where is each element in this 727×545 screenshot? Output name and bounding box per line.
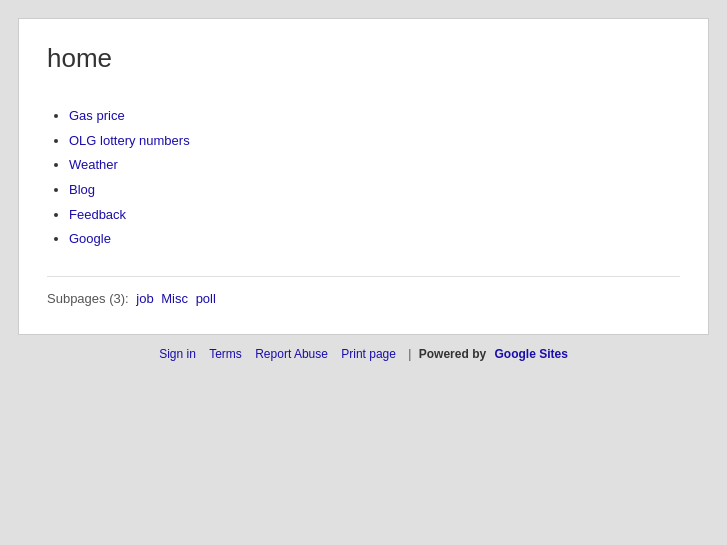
print-page-link[interactable]: Print page [341,347,396,361]
terms-link[interactable]: Terms [209,347,242,361]
page-title: home [47,43,680,74]
feedback-link[interactable]: Feedback [69,207,126,222]
subpages: Subpages (3): job Misc poll [47,276,680,306]
blog-link[interactable]: Blog [69,182,95,197]
gas-price-link[interactable]: Gas price [69,108,125,123]
content-box: home Gas price OLG lottery numbers Weath… [18,18,709,335]
subpages-label: Subpages (3): [47,291,129,306]
subpage-misc[interactable]: Misc [161,291,188,306]
subpage-job[interactable]: job [136,291,153,306]
powered-by-text: Powered by Google Sites [419,347,573,361]
sign-in-link[interactable]: Sign in [159,347,196,361]
list-item: Weather [69,153,680,178]
link-list: Gas price OLG lottery numbers Weather Bl… [47,104,680,252]
footer-separator: | [408,347,411,361]
list-item: Feedback [69,203,680,228]
list-item: Google [69,227,680,252]
page-wrapper: home Gas price OLG lottery numbers Weath… [0,0,727,545]
report-abuse-link[interactable]: Report Abuse [255,347,328,361]
list-item: Blog [69,178,680,203]
footer: Sign in Terms Report Abuse Print page | … [18,335,709,373]
list-item: Gas price [69,104,680,129]
weather-link[interactable]: Weather [69,157,118,172]
subpage-poll[interactable]: poll [196,291,216,306]
olg-lottery-link[interactable]: OLG lottery numbers [69,133,190,148]
google-sites-link[interactable]: Google Sites [494,347,567,361]
google-link[interactable]: Google [69,231,111,246]
list-item: OLG lottery numbers [69,129,680,154]
